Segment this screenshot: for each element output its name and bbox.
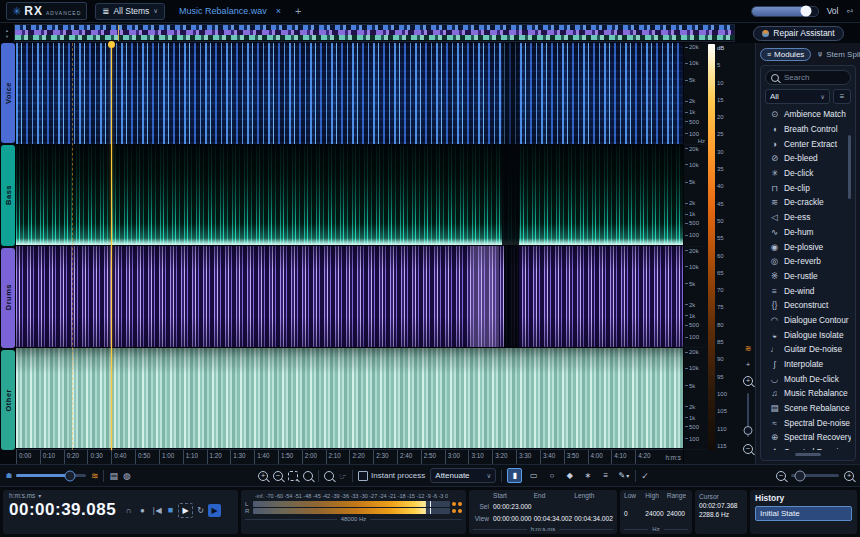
clip-led[interactable] [458, 509, 462, 513]
module-item[interactable]: ♫ Music Rebalance [765, 386, 851, 401]
comment-icon[interactable]: ◍ [123, 471, 131, 481]
scrollbar[interactable] [848, 135, 851, 199]
search-input[interactable] [782, 72, 845, 83]
harmonic-selection-tool[interactable]: ≡ [599, 469, 612, 482]
module-item[interactable]: ✳ De-click [765, 166, 851, 181]
module-item[interactable]: ⊙ Ambience Match [765, 107, 851, 122]
vertical-zoom-slider[interactable] [747, 393, 749, 437]
stem-tab[interactable]: Bass [1, 145, 15, 245]
module-item[interactable]: ✚ Spectral Repair [765, 445, 851, 450]
lasso-selection-tool[interactable]: ○ [545, 469, 558, 482]
horizontal-zoom-in-icon[interactable] [844, 471, 854, 481]
pan-vertical-icon[interactable]: + [746, 360, 751, 369]
spectrogram-display-icon[interactable]: ≋ [91, 471, 99, 481]
sel-end-value[interactable] [534, 503, 573, 512]
freq-high-value[interactable]: 24000 [645, 510, 666, 525]
view-end-value[interactable]: 00:04:34.002 [534, 515, 573, 524]
tab-stem-split[interactable]: ⋔ Stem Split [817, 50, 860, 59]
module-item[interactable]: ≋ De-crackle [765, 195, 851, 210]
instant-process-checkbox[interactable] [358, 471, 368, 481]
freq-low-value[interactable]: 0 [624, 510, 645, 525]
module-item[interactable]: ⊕ Spectral Recovery [765, 430, 851, 445]
magic-wand-tool[interactable]: ∗ [581, 469, 594, 482]
view-length-value[interactable]: 00:04:34.002 [574, 515, 613, 524]
spectrogram-drums[interactable] [16, 246, 683, 348]
module-item[interactable]: ◑ Center Extract [765, 136, 851, 151]
history-item[interactable]: Initial State [755, 506, 852, 521]
time-ruler[interactable]: 0:000:100:200:300:400:501:001:101:201:30… [16, 449, 683, 464]
sel-length-value[interactable] [574, 503, 613, 512]
tab-close-icon[interactable]: × [276, 6, 281, 16]
tab-modules[interactable]: ≡ Modules [760, 48, 811, 61]
spectrogram-settings-icon[interactable]: ≋ [745, 344, 752, 353]
time-format-dropdown[interactable]: h:m:s.ms ▾ [9, 492, 232, 499]
module-search[interactable] [765, 70, 851, 85]
repair-assistant-button[interactable]: Repair Assistant [753, 26, 843, 41]
module-item[interactable]: ∫ Interpolate [765, 357, 851, 372]
volume-slider[interactable] [751, 6, 819, 17]
volume-slider-knob[interactable] [800, 6, 811, 17]
clipboard-icon[interactable]: ▤ [109, 471, 118, 481]
overview-minimap[interactable] [14, 24, 735, 42]
module-item[interactable]: ※ De-rustle [765, 269, 851, 284]
module-item[interactable]: ◠ Dialogue Contour [765, 313, 851, 328]
process-mode-dropdown[interactable]: Attenuate ∨ [430, 468, 496, 483]
stop-button[interactable]: ■ [164, 504, 177, 517]
file-tab[interactable]: Music Rebalance.wav × [173, 0, 287, 22]
waveform-spectrogram-blend-icon[interactable]: ıllı [6, 471, 11, 480]
module-item[interactable]: ◁ De-ess [765, 210, 851, 225]
module-item[interactable]: ◡ Mouth De-click [765, 371, 851, 386]
zoom-to-selection-icon[interactable] [288, 471, 298, 481]
horizontal-zoom-out-icon[interactable] [776, 471, 786, 481]
record-button[interactable]: ● [136, 504, 149, 517]
module-item[interactable]: ♩ Guitar De-noise [765, 342, 851, 357]
playhead[interactable] [111, 43, 112, 450]
zoom-out-icon[interactable] [273, 471, 283, 481]
zoom-history-icon[interactable] [303, 471, 313, 481]
clip-led[interactable] [458, 502, 462, 506]
time-selection-tool[interactable]: ▮ [507, 468, 522, 483]
stem-tab[interactable]: Other [1, 350, 15, 450]
draw-tool[interactable]: ✎▾ [617, 469, 630, 482]
minimap-collapse-control[interactable]: ▲ ▼ [2, 28, 12, 39]
stem-tab[interactable]: Drums [1, 248, 15, 348]
confirm-selection-icon[interactable]: ✓ [641, 471, 649, 481]
module-item[interactable]: ≡ De-wind [765, 283, 851, 298]
vertical-zoom-knob[interactable] [744, 426, 753, 435]
horizontal-zoom-slider[interactable] [791, 474, 839, 477]
vertical-zoom-out-icon[interactable] [743, 444, 753, 454]
instant-process-toggle[interactable]: Instant process [358, 471, 425, 481]
list-view-toggle[interactable]: ≡ [833, 89, 851, 104]
output-meter-icon[interactable]: ∿ [844, 5, 856, 17]
module-item[interactable]: ⊘ De-bleed [765, 151, 851, 166]
panel-resize-handle[interactable] [795, 453, 821, 456]
module-item[interactable]: ▤ Scene Rebalance [765, 401, 851, 416]
module-item[interactable]: ◎ De-reverb [765, 254, 851, 269]
stem-tab[interactable]: Voice [1, 43, 15, 143]
module-item[interactable]: ≈ Spectral De-noise [765, 415, 851, 430]
view-start-value[interactable]: 00:00:00.000 [493, 515, 532, 524]
play-button[interactable]: ▶ [178, 503, 193, 518]
clip-led[interactable] [452, 502, 456, 506]
spectrogram-bass[interactable] [16, 145, 683, 247]
module-item[interactable]: ◒ Dialogue Isolate [765, 327, 851, 342]
module-item[interactable]: ◖ Breath Control [765, 122, 851, 137]
sel-start-value[interactable]: 00:00:23.000 [493, 503, 532, 512]
spectrogram-other[interactable] [16, 348, 683, 450]
freq-range-value[interactable]: 24000 [667, 510, 688, 525]
go-to-start-button[interactable]: ∣◀ [150, 504, 163, 517]
module-item[interactable]: ◉ De-plosive [765, 239, 851, 254]
time-frequency-selection-tool[interactable]: ▭ [527, 469, 540, 482]
spectrogram-area[interactable]: 0:000:100:200:300:400:501:001:101:201:30… [16, 43, 683, 464]
stems-view-dropdown[interactable]: ≣ All Stems ∨ [95, 3, 165, 20]
find-icon[interactable] [324, 471, 334, 481]
hand-tool-icon[interactable]: ☞ [339, 471, 347, 481]
category-filter-dropdown[interactable]: All ∨ [765, 89, 830, 104]
blend-slider[interactable] [16, 474, 86, 477]
vertical-zoom-in-icon[interactable] [743, 376, 753, 386]
module-item[interactable]: {} Deconstruct [765, 298, 851, 313]
play-selection-button[interactable]: ▶ [208, 504, 221, 517]
clip-led[interactable] [452, 509, 456, 513]
brush-selection-tool[interactable]: ◆ [563, 469, 576, 482]
horizontal-zoom-knob[interactable] [794, 470, 805, 481]
